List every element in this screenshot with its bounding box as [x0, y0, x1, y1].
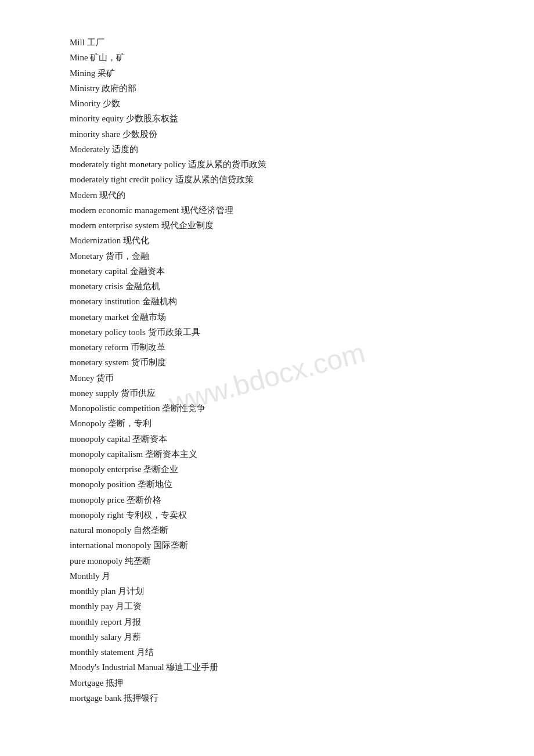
term: pure monopoly	[70, 556, 122, 566]
list-item: monopoly price 垄断价格	[70, 492, 464, 507]
translation: 垄断地位	[138, 480, 172, 489]
list-item: natural monopoly 自然垄断	[70, 523, 464, 538]
list-item: Money 货币	[70, 370, 464, 386]
term: monthly plan	[70, 586, 116, 596]
term: monetary crisis	[70, 282, 123, 291]
list-item: monetary policy tools 货币政策工具	[70, 325, 464, 340]
translation: 矿山，矿	[90, 53, 125, 62]
list-item: monthly salary 月薪	[70, 629, 464, 645]
term: Monetary	[70, 251, 103, 261]
list-item: monopoly position 垄断地位	[70, 477, 464, 492]
translation: 纯垄断	[125, 556, 151, 566]
list-item: Monthly 月	[70, 568, 464, 584]
term: modern enterprise system	[70, 221, 159, 230]
translation: 垄断，专利	[108, 419, 151, 428]
list-item: Modernization 现代化	[70, 233, 464, 248]
term: monthly salary	[70, 632, 122, 642]
translation: 货币	[96, 373, 114, 383]
list-item: Modern 现代的	[70, 188, 464, 203]
term: monopoly capital	[70, 434, 131, 444]
list-item: money supply 货币供应	[70, 386, 464, 401]
term: monthly statement	[70, 647, 134, 657]
list-item: mortgage bank 抵押银行	[70, 690, 464, 705]
translation: 月报	[124, 617, 141, 627]
translation: 币制改革	[131, 343, 165, 352]
list-item: Moderately 适度的	[70, 142, 464, 157]
term: monopoly right	[70, 510, 124, 520]
term: Monopolistic competition	[70, 404, 160, 413]
term: monetary policy tools	[70, 327, 146, 337]
list-item: Monetary 货币，金融	[70, 249, 464, 264]
term: Mine	[70, 53, 88, 62]
term: monetary institution	[70, 297, 140, 306]
term: moderately tight credit policy	[70, 175, 173, 184]
list-item: modern economic management 现代经济管理	[70, 203, 464, 218]
list-item: moderately tight credit policy 适度从紧的信贷政策	[70, 172, 464, 187]
translation: 垄断价格	[127, 495, 161, 505]
translation: 月薪	[124, 632, 141, 642]
list-item: monopoly enterprise 垄断企业	[70, 462, 464, 477]
term: monetary market	[70, 312, 129, 322]
term: Modernization	[70, 236, 121, 245]
term: Minority	[70, 99, 100, 108]
translation: 货币政策工具	[148, 327, 200, 337]
translation: 政府的部	[102, 84, 136, 93]
translation: 金融市场	[131, 312, 166, 322]
translation: 现代的	[99, 190, 125, 200]
list-item: modern enterprise system 现代企业制度	[70, 218, 464, 233]
term: Monopoly	[70, 419, 106, 428]
list-item: international monopoly 国际垄断	[70, 538, 464, 553]
translation: 抵押银行	[124, 693, 158, 703]
term: Money	[70, 373, 95, 383]
translation: 适度的	[112, 145, 138, 154]
translation: 月	[102, 571, 110, 581]
translation: 少数	[103, 99, 120, 108]
translation: 穆迪工业手册	[166, 663, 218, 672]
term: monthly pay	[70, 602, 113, 611]
list-item: Mine 矿山，矿	[70, 50, 464, 65]
list-item: monetary institution 金融机构	[70, 294, 464, 309]
translation: 垄断性竞争	[162, 404, 205, 413]
translation: 采矿	[98, 69, 115, 78]
list-item: monetary market 金融市场	[70, 309, 464, 325]
list-item: monetary system 货币制度	[70, 355, 464, 370]
list-item: Monopoly 垄断，专利	[70, 416, 464, 431]
list-item: Mill 工厂	[70, 35, 464, 50]
list-item: pure monopoly 纯垄断	[70, 553, 464, 568]
translation: 工厂	[87, 38, 104, 47]
translation: 垄断资本主义	[145, 449, 197, 459]
term: monthly report	[70, 617, 122, 627]
term: monetary system	[70, 358, 129, 367]
translation: 适度从紧的货币政策	[188, 160, 266, 169]
list-item: monetary reform 币制改革	[70, 340, 464, 355]
list-item: monthly pay 月工资	[70, 599, 464, 614]
term: natural monopoly	[70, 525, 131, 535]
translation: 现代经济管理	[181, 206, 233, 215]
list-item: Ministry 政府的部	[70, 81, 464, 96]
translation: 专利权，专卖权	[126, 510, 187, 520]
term: Modern	[70, 190, 98, 200]
term: Moody's Industrial Manual	[70, 663, 164, 672]
list-item: monopoly capital 垄断资本	[70, 431, 464, 447]
translation: 月工资	[116, 602, 142, 611]
term: international monopoly	[70, 541, 151, 550]
translation: 少数股份	[122, 129, 157, 139]
term: Mining	[70, 69, 95, 78]
term: monopoly price	[70, 495, 125, 505]
term: monopoly position	[70, 480, 135, 489]
list-item: monopoly right 专利权，专卖权	[70, 507, 464, 523]
content-area: Mill 工厂Mine 矿山，矿Mining 采矿Ministry 政府的部Mi…	[70, 35, 464, 705]
translation: 垄断企业	[143, 465, 178, 474]
translation: 金融危机	[125, 282, 160, 291]
list-item: minority share 少数股份	[70, 127, 464, 142]
translation: 抵押	[106, 678, 123, 687]
term: moderately tight monetary policy	[70, 160, 186, 169]
list-item: monthly plan 月计划	[70, 584, 464, 599]
translation: 月计划	[118, 586, 144, 596]
term: monetary reform	[70, 343, 128, 352]
term: money supply	[70, 388, 119, 398]
list-item: Moody's Industrial Manual 穆迪工业手册	[70, 660, 464, 675]
translation: 现代化	[123, 236, 149, 245]
list-item: Mining 采矿	[70, 66, 464, 81]
list-item: monetary crisis 金融危机	[70, 279, 464, 294]
